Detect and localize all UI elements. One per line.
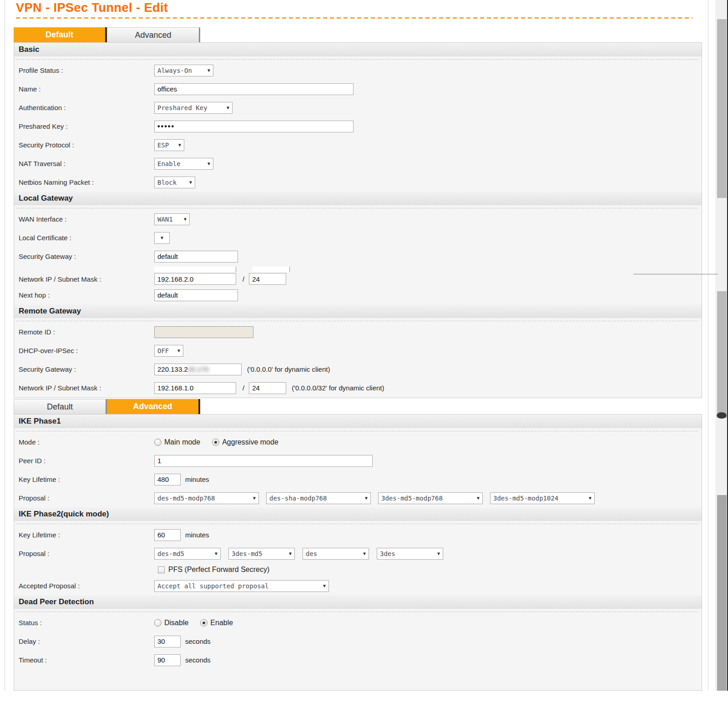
netbios-select[interactable]: Block ▼ — [154, 177, 195, 188]
field-row-remote-network: Network IP / Subnet Mask : / ('0.0.0.0/3… — [14, 379, 702, 397]
dropdown-arrow-icon: ▼ — [184, 217, 187, 222]
local-network-ip-input[interactable] — [154, 273, 236, 285]
field-row-netbios: Netbios Naming Packet : Block ▼ — [14, 173, 702, 192]
authentication-select[interactable]: Preshared Key ▼ — [154, 102, 233, 114]
field-label: Remote ID : — [19, 328, 154, 336]
tab-default[interactable]: Default — [14, 399, 107, 414]
stitch-artifact-line — [633, 274, 718, 274]
name-input[interactable] — [154, 83, 354, 95]
dropdown-arrow-icon: ▼ — [177, 348, 180, 353]
scrollbar-thumb-bottom[interactable] — [717, 495, 727, 691]
dropdown-arrow-icon: ▼ — [178, 142, 181, 147]
field-row-dhcp-over-ipsec: DHCP-over-IPSec : OFF ▼ — [14, 341, 702, 360]
radio-unchecked-icon[interactable] — [154, 439, 162, 446]
scrollbar-thumb-top[interactable] — [717, 19, 727, 198]
remote-security-gateway-input[interactable]: 220.133.220.170 — [154, 364, 242, 375]
section-header-local-gateway: Local Gateway — [14, 192, 702, 205]
field-row-accepted-proposal: Accepted Proposal : Accept all supported… — [14, 576, 702, 595]
p1-proposal-select-1[interactable]: des-md5-modp768 ▼ — [154, 492, 259, 504]
field-row-p1-key-lifetime: Key Lifetime : minutes — [14, 470, 702, 489]
dropdown-arrow-icon: ▼ — [253, 495, 256, 500]
security-protocol-select[interactable]: ESP ▼ — [154, 139, 184, 151]
remote-network-ip-input[interactable] — [154, 382, 236, 394]
cropped-input-artifact — [154, 267, 236, 272]
field-row-delay: Delay : seconds — [14, 632, 702, 651]
dropdown-arrow-icon: ▼ — [289, 551, 292, 556]
p1-proposal-select-2[interactable]: des-sha-modp768 ▼ — [266, 492, 371, 504]
field-row-next-hop: Next hop : — [14, 286, 702, 304]
tab-advanced[interactable]: Advanced — [107, 399, 200, 414]
unit-label: minutes — [185, 531, 209, 539]
scrollbar-thumb-middle[interactable] — [717, 291, 727, 418]
field-label: Key Lifetime : — [19, 531, 154, 539]
tab-default[interactable]: Default — [14, 27, 107, 42]
title-divider — [16, 17, 693, 19]
preshared-key-input[interactable] — [154, 121, 354, 132]
radio-option-disable[interactable]: Disable — [154, 619, 188, 627]
divider — [16, 524, 698, 524]
unit-label: seconds — [185, 637, 211, 645]
wan-interface-select[interactable]: WAN1 ▼ — [154, 213, 190, 225]
field-row-remote-security-gateway: Security Gateway : 220.133.220.170 ('0.0… — [14, 360, 702, 379]
dhcp-over-ipsec-select[interactable]: OFF ▼ — [154, 345, 183, 357]
p1-proposal-select-4[interactable]: 3des-md5-modp1024 ▼ — [490, 492, 595, 504]
radio-checked-icon[interactable] — [212, 439, 219, 446]
divider — [16, 208, 698, 208]
p2-proposal-select-3[interactable]: des ▼ — [303, 548, 369, 560]
field-label: Network IP / Subnet Mask : — [19, 275, 154, 283]
field-label: Netbios Naming Packet : — [19, 178, 154, 186]
field-row-local-certificate: Local Certificate : ▼ — [14, 228, 702, 247]
p1-key-lifetime-input[interactable] — [154, 474, 181, 485]
radio-checked-icon[interactable] — [200, 619, 207, 627]
tab-advanced[interactable]: Advanced — [107, 27, 200, 42]
divider — [16, 612, 698, 612]
p2-proposal-select-4[interactable]: 3des ▼ — [377, 548, 443, 560]
p2-proposal-select-2[interactable]: 3des-md5 ▼ — [228, 548, 295, 560]
radio-unchecked-icon[interactable] — [154, 619, 162, 627]
field-row-remote-id: Remote ID : — [14, 323, 702, 341]
remote-subnet-mask-input[interactable] — [249, 382, 286, 394]
nat-traversal-select[interactable]: Enable ▼ — [154, 158, 213, 170]
pfs-checkbox[interactable] — [158, 566, 165, 573]
p2-proposal-select-1[interactable]: des-md5 ▼ — [154, 548, 221, 560]
radio-option-aggressive-mode[interactable]: Aggressive mode — [212, 438, 278, 446]
field-row-p2-proposal: Proposal : des-md5 ▼ 3des-md5 ▼ des ▼ 3d… — [14, 544, 702, 563]
timeout-input[interactable] — [154, 654, 181, 666]
next-hop-input[interactable] — [154, 289, 238, 301]
dropdown-arrow-icon: ▼ — [363, 551, 366, 556]
dropdown-arrow-icon: ▼ — [207, 161, 210, 166]
section-header-basic: Basic — [14, 43, 702, 56]
field-row-p1-proposal: Proposal : des-md5-modp768 ▼ des-sha-mod… — [14, 489, 702, 507]
peer-id-input[interactable] — [154, 455, 373, 467]
field-label: Status : — [19, 619, 154, 627]
delay-input[interactable] — [154, 636, 181, 647]
p2-key-lifetime-input[interactable] — [154, 529, 181, 541]
field-row-pfs: PFS (Perfect Forward Secrecy) — [14, 563, 702, 576]
field-label: Delay : — [19, 637, 154, 645]
panel-default: Basic Profile Status : Always-On ▼ Name … — [14, 42, 702, 398]
local-subnet-mask-input[interactable] — [249, 273, 286, 285]
field-label: Name : — [19, 85, 154, 93]
local-security-gateway-input[interactable] — [154, 251, 238, 263]
field-row-nat-traversal: NAT Traversal : Enable ▼ — [14, 154, 702, 173]
remote-id-input — [154, 326, 253, 338]
cropped-input-artifact — [253, 267, 290, 272]
dropdown-arrow-icon: ▼ — [161, 235, 163, 240]
tabbar-advanced-view: Default Advanced — [14, 399, 200, 414]
radio-option-main-mode[interactable]: Main mode — [154, 438, 200, 446]
p1-proposal-select-3[interactable]: 3des-md5-modp768 ▼ — [378, 492, 483, 504]
slash-separator: / — [236, 275, 249, 283]
dropdown-arrow-icon: ▼ — [227, 105, 229, 110]
profile-status-select[interactable]: Always-On ▼ — [154, 65, 213, 76]
divider — [16, 321, 698, 321]
field-label: WAN Interface : — [19, 215, 154, 223]
radio-option-enable[interactable]: Enable — [200, 619, 233, 627]
panel-advanced: IKE Phase1 Mode : Main mode Aggressive m… — [14, 414, 702, 691]
divider — [16, 431, 698, 431]
accepted-proposal-select[interactable]: Accept all supported proposal ▼ — [154, 580, 329, 592]
page-left-border — [5, 0, 5, 691]
section-header-ike-phase2: IKE Phase2(quick mode) — [14, 507, 702, 521]
hint-text: ('0.0.0.0/32' for dynamic client) — [292, 384, 384, 392]
local-certificate-select[interactable]: ▼ — [154, 232, 170, 244]
pfs-label: PFS (Perfect Forward Secrecy) — [168, 566, 269, 574]
